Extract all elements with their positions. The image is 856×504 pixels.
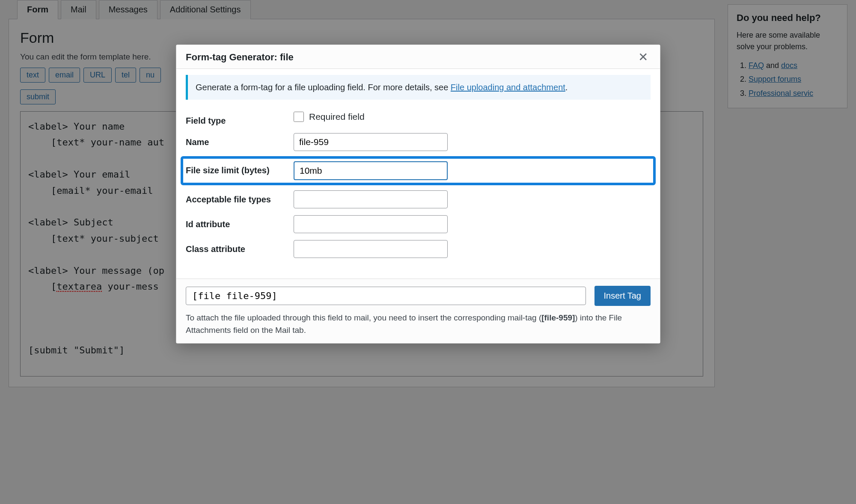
generated-tag-output[interactable]	[186, 287, 586, 305]
mail-tag-note: To attach the file uploaded through this…	[186, 312, 651, 336]
file-size-limit-input[interactable]	[294, 161, 448, 180]
class-attribute-input[interactable]	[294, 240, 448, 258]
file-uploading-doc-link[interactable]: File uploading and attachment	[451, 83, 565, 92]
id-label: Id attribute	[186, 215, 285, 230]
required-label: Required field	[309, 112, 365, 122]
form-tag-generator-modal: Form-tag Generator: file ✕ Generate a fo…	[176, 44, 660, 344]
name-label: Name	[186, 133, 285, 148]
field-type-label: Field type	[186, 112, 285, 126]
acceptable-file-types-input[interactable]	[294, 190, 448, 208]
modal-title: Form-tag Generator: file	[186, 52, 294, 63]
insert-tag-button[interactable]: Insert Tag	[594, 286, 651, 306]
file-size-limit-highlight: File size limit (bytes)	[181, 156, 656, 185]
required-field-wrap[interactable]: Required field	[294, 112, 651, 122]
types-label: Acceptable file types	[186, 190, 285, 205]
size-label: File size limit (bytes)	[186, 161, 285, 176]
class-label: Class attribute	[186, 240, 285, 255]
required-checkbox[interactable]	[294, 112, 304, 122]
info-box: Generate a form-tag for a file uploading…	[186, 75, 651, 100]
close-icon[interactable]: ✕	[636, 50, 651, 64]
id-attribute-input[interactable]	[294, 215, 448, 233]
name-input[interactable]	[294, 133, 448, 151]
